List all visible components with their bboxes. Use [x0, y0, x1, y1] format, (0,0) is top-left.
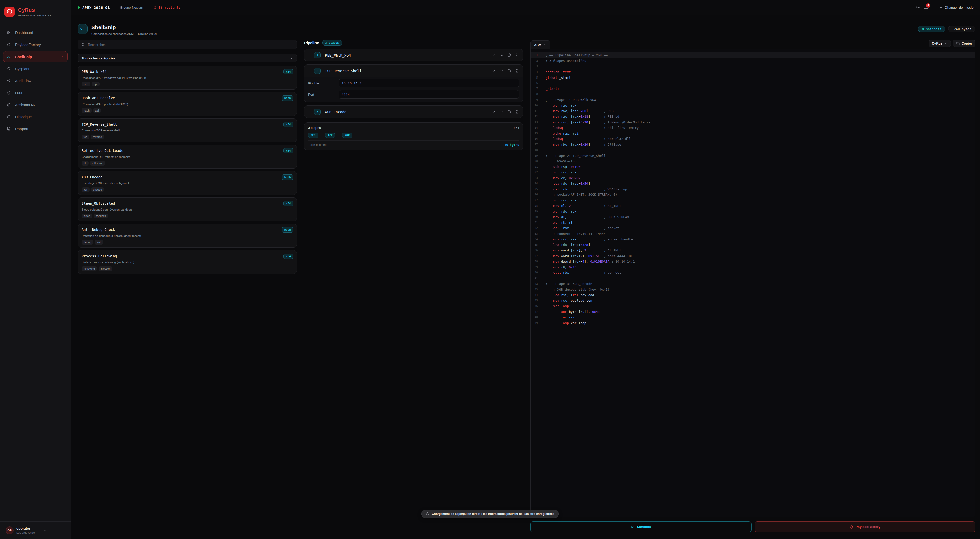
snippet-card[interactable]: x64 Process_Hollowing Stub de process ho… — [78, 250, 297, 274]
chevron-down-icon[interactable] — [500, 69, 504, 73]
code-text: lea rdx, [rsp+0x50] — [540, 181, 590, 186]
snippet-card[interactable]: both XOR_Encode Encodage XOR avec clé co… — [78, 171, 297, 195]
search-input[interactable] — [88, 43, 293, 46]
asm-code-editor[interactable]: 1 ; ══ Pipeline ShellSnip — x64 ══ 2 ; 3… — [530, 49, 975, 517]
bell-icon[interactable]: 4 — [924, 6, 928, 10]
avatar: OP — [6, 526, 14, 534]
snippet-card[interactable]: x64 TCP_Reverse_Shell Connexion TCP reve… — [78, 118, 297, 142]
code-text: lodsq ; skip first entry — [540, 126, 639, 130]
snippet-name: XOR_Encode — [82, 175, 293, 179]
user-menu[interactable]: OP operator LaGarde Cyber — [0, 522, 71, 539]
info-icon[interactable] — [508, 69, 511, 73]
code-line: 33 ; connect → 10.10.14.1:4444 — [531, 231, 975, 237]
code-text: xor_loop: — [540, 304, 571, 308]
arch-badge: x64 — [283, 69, 293, 75]
snippet-library: Toutes les catégories x64 PEB_Walk_x64 R… — [78, 40, 297, 274]
snippet-name: Reflective_DLL_Loader — [82, 149, 293, 153]
trash-icon[interactable] — [515, 110, 519, 114]
ip-field[interactable] — [339, 79, 519, 87]
asm-tab[interactable]: ASM — [530, 40, 550, 49]
chevron-down-icon[interactable] — [500, 110, 504, 114]
chevron-up-icon[interactable] — [493, 110, 496, 114]
sidebar-item-assistant-ia[interactable]: Assistant IA — [3, 99, 68, 110]
chevron-down-icon[interactable] — [500, 54, 504, 57]
sidebar-item-payloadfactory[interactable]: PayloadFactory — [3, 39, 68, 50]
sidebar-item-l00t[interactable]: L00t — [3, 87, 68, 98]
sidebar-item-rapport[interactable]: Rapport — [3, 123, 68, 134]
skull-small-icon — [7, 91, 11, 95]
code-text: mov word [rdx+2], 0x115C ; port 4444 (BE… — [540, 254, 635, 258]
deadline: 0j restants — [153, 6, 180, 10]
arch-badge: x64 — [283, 148, 293, 154]
code-line: 34 mov rcx, rax ; socket handle — [531, 236, 975, 242]
grip-icon[interactable] — [308, 53, 311, 57]
code-text: ; connect → 10.10.14.1:4444 — [540, 232, 606, 235]
line-number: 14 — [531, 126, 540, 129]
line-number: 21 — [531, 165, 540, 169]
code-line: 18 — [531, 147, 975, 153]
pipeline-stage: 2 TCP_Reverse_Shell IP cible Port — [304, 64, 523, 102]
snippet-card[interactable]: x64 Reflective_DLL_Loader Chargement DLL… — [78, 145, 297, 169]
chevron-up-icon[interactable] — [493, 69, 496, 73]
tag: sleep — [82, 214, 92, 218]
snippet-card[interactable]: both Hash_API_Resolve Résolution d'API p… — [78, 92, 297, 116]
grip-icon[interactable] — [308, 110, 311, 114]
info-icon[interactable] — [508, 110, 511, 114]
terminal-icon — [7, 55, 11, 59]
code-text: mov rsi, [rax+0x20] ; InMemoryOrderModul… — [540, 120, 652, 124]
category-select[interactable]: Toutes les catégories — [78, 54, 297, 62]
grip-icon[interactable] — [308, 69, 311, 73]
info-icon[interactable] — [508, 53, 511, 57]
chevron-up-icon[interactable] — [493, 54, 496, 57]
snippet-description: Résolution d'API Windows par PEB walking… — [82, 76, 293, 79]
code-line: 15 xchg rax, rsi — [531, 130, 975, 136]
code-line: 11 mov rax, [gs:0x60] ; PEB — [531, 108, 975, 114]
sidebar-item-historique[interactable]: Historique — [3, 111, 68, 122]
line-number: 49 — [531, 321, 540, 324]
line-number: 36 — [531, 249, 540, 252]
snippet-name: Process_Hollowing — [82, 254, 293, 258]
divider — [115, 5, 115, 10]
arch-badge: x64 — [283, 253, 293, 259]
snippet-card[interactable]: x64 PEB_Walk_x64 Résolution d'API Window… — [78, 66, 297, 89]
snippet-description: Résolution d'API par hash (ROR13) — [82, 103, 293, 106]
tag: peb — [82, 82, 90, 86]
snippet-card[interactable]: both Anti_Debug_Check Détection de débog… — [78, 224, 297, 248]
payloadfactory-button[interactable]: PayloadFactory — [754, 522, 976, 533]
copy-button[interactable]: Copier — [953, 40, 975, 47]
tag: tcp — [82, 135, 89, 139]
code-line: 40 call rbx ; connect — [531, 270, 975, 275]
line-number: 31 — [531, 221, 540, 224]
pipeline-title: Pipeline — [304, 41, 319, 45]
sidebar-item-dashboard[interactable]: Dashboard — [3, 27, 68, 38]
snippet-card[interactable]: x64 Sleep_Obfuscated Sleep obfusqué pour… — [78, 197, 297, 221]
code-line: 37 mov word [rdx+2], 0x115C ; port 4444 … — [531, 253, 975, 259]
sun-icon[interactable] — [916, 6, 920, 10]
sidebar-item-shellsnip[interactable]: ShellSnip — [3, 51, 68, 62]
code-text: ; 3 étapes assemblées — [540, 59, 586, 63]
sidebar-item-label: PayloadFactory — [15, 43, 41, 47]
summary-chips: PEB → TCP → XOR → — [308, 132, 519, 138]
code-text: call rbx ; socket — [540, 226, 619, 230]
stage-name: XOR_Encode — [325, 110, 347, 114]
code-line: 27 xor rcx, rcx — [531, 197, 975, 203]
sidebar-item-auditflow[interactable]: AuditFlow — [3, 75, 68, 86]
sandbox-button[interactable]: Sandbox — [530, 522, 751, 533]
code-line: 4 section .text — [531, 69, 975, 75]
trash-icon[interactable] — [515, 69, 519, 73]
change-mission-button[interactable]: Changer de mission — [939, 6, 975, 10]
trash-icon[interactable] — [515, 54, 519, 57]
chevron-down-icon — [544, 43, 547, 46]
snippet-description: Chargement DLL réflectif en mémoire — [82, 155, 293, 158]
page-title: ShellSnip — [91, 25, 157, 30]
sidebar-item-label: ShellSnip — [15, 55, 32, 59]
deadline-text: 0j restants — [158, 6, 180, 10]
sidebar-item-sysplant[interactable]: Sysplant — [3, 63, 68, 74]
line-number: 16 — [531, 137, 540, 140]
code-text: global _start — [540, 76, 571, 79]
port-field[interactable] — [339, 90, 519, 99]
arrow-icon: → — [320, 134, 323, 137]
target-select[interactable]: CyRus — [929, 40, 951, 47]
sidebar-item-label: Assistant IA — [15, 103, 35, 107]
code-line: 22 xor rcx, rcx — [531, 170, 975, 175]
